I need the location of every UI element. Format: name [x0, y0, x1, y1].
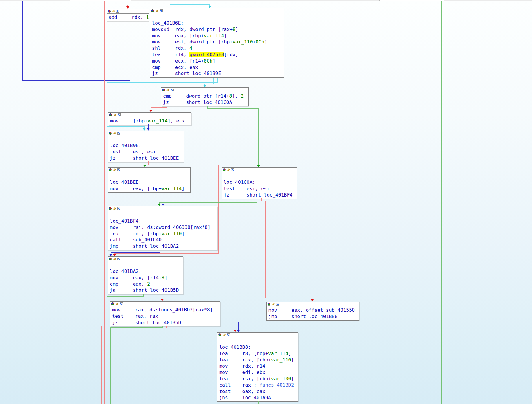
group-node-icon[interactable] [117, 258, 120, 260]
group-node-icon[interactable] [276, 303, 279, 306]
block-cmp-r14[interactable]: cmp dword ptr [r14+8], 2jz short loc_401… [161, 87, 249, 106]
block-offset-sub401550[interactable]: mov eax, offset sub_401550jmp short loc_… [266, 302, 359, 321]
block-loc_401B9E[interactable]: loc_401B9E:test esi, esijz short loc_401… [108, 131, 184, 162]
graph-glyph [117, 10, 119, 12]
graph-glyph [118, 208, 120, 210]
asm-line[interactable]: mov rsi, ds:qword_406338[rax*8] [110, 224, 217, 231]
asm-line[interactable]: loc_401BA2: [110, 268, 183, 275]
asm-line[interactable]: movsxd rdx, dword ptr [rax+8] [152, 26, 284, 33]
block-mov-var114[interactable]: mov [rbp+var_114], ecx [108, 112, 191, 125]
group-node-icon[interactable] [117, 168, 120, 171]
group-node-icon[interactable] [160, 9, 163, 12]
asm-line[interactable]: test esi, esi [224, 186, 297, 192]
block-loc_401B6E[interactable]: loc_401B6E:movsxd rdx, dword ptr [rax+8]… [150, 8, 284, 78]
edit-node-icon[interactable] [112, 10, 115, 12]
node-color-icon[interactable] [223, 168, 226, 171]
asm-line[interactable]: cmp dword ptr [r14+8], 2 [163, 93, 248, 99]
block-loc_401BB8[interactable]: loc_401BB8:lea r8, [rbp+var_114]lea rcx,… [217, 332, 298, 402]
asm-text: var_114 [147, 118, 168, 124]
group-node-icon[interactable] [117, 132, 120, 135]
asm-line[interactable]: jz short loc_401B5D [112, 319, 220, 326]
group-node-icon[interactable] [118, 113, 121, 116]
asm-line[interactable]: test eax, eax [219, 388, 298, 395]
asm-line[interactable]: cmp eax, 2 [110, 281, 183, 287]
block-loc_401BA2[interactable]: loc_401BA2:mov eax, [r14+8]cmp eax, 2ja … [108, 256, 183, 294]
asm-line[interactable]: lea r8, [rbp+var_114] [219, 350, 298, 357]
node-color-icon[interactable] [162, 89, 165, 91]
asm-line[interactable]: loc_401BF4: [110, 218, 217, 224]
asm-line[interactable]: test rax, rax [112, 313, 220, 319]
asm-line[interactable]: jmp short loc_401BA2 [110, 243, 217, 249]
asm-line[interactable]: jmp short loc_401BB8 [268, 313, 359, 320]
asm-line[interactable]: loc_401BB8: [219, 344, 298, 350]
edit-node-icon[interactable] [113, 168, 116, 171]
edit-node-icon[interactable] [113, 207, 116, 210]
asm-line[interactable]: shl rdx, 4 [152, 45, 284, 52]
asm-line[interactable]: jz short loc_401BF4 [224, 192, 297, 198]
node-color-icon[interactable] [109, 258, 112, 260]
block-loc_401C0A[interactable]: loc_401C0A:test esi, esijz short loc_401… [222, 167, 297, 199]
group-node-icon[interactable] [116, 10, 119, 13]
asm-line[interactable]: mov rdx, r14 [219, 363, 298, 369]
edit-node-icon[interactable] [113, 113, 116, 116]
asm-line[interactable]: mov eax, [r14+8] [110, 275, 183, 281]
asm-line[interactable]: loc_401B6E: [152, 20, 284, 26]
asm-line[interactable]: loc_401C0A: [224, 179, 297, 186]
asm-line[interactable]: mov ecx, [r14+0Ch] [152, 58, 284, 64]
block-add-rdx[interactable]: add rdx, 1 [107, 9, 149, 21]
asm-text: var_110 [271, 357, 291, 363]
node-color-icon[interactable] [268, 303, 270, 306]
asm-text: lea r14, [152, 52, 189, 57]
asm-line[interactable]: mov eax, offset sub_401550 [268, 307, 359, 313]
group-node-icon[interactable] [120, 302, 123, 305]
block-loc_401BEE[interactable]: loc_401BEE:mov eax, [rbp+var_114] [108, 167, 191, 193]
edit-node-icon[interactable] [222, 333, 226, 336]
asm-text: jmp short loc_401BB8 [268, 314, 337, 319]
edit-node-icon[interactable] [113, 132, 116, 134]
node-color-icon[interactable] [109, 113, 112, 116]
asm-line[interactable]: mov rax, ds:funcs_401BD2[rax*8] [112, 307, 220, 313]
node-color-icon[interactable] [109, 168, 112, 171]
asm-line[interactable]: lea rsi, [rbp+var_100] [219, 376, 298, 382]
edit-node-icon[interactable] [227, 168, 230, 171]
asm-line[interactable]: mov eax, [rbp+var_114] [152, 33, 284, 39]
block-loc_401BF4[interactable]: loc_401BF4:mov rsi, ds:qword_406338[rax*… [108, 206, 217, 250]
asm-line[interactable]: cmp ecx, eax [152, 64, 284, 71]
edit-node-icon[interactable] [272, 303, 275, 305]
block-funcs-dispatch[interactable]: mov rax, ds:funcs_401BD2[rax*8]test rax,… [110, 301, 220, 326]
node-color-icon[interactable] [109, 207, 112, 210]
edit-node-icon[interactable] [115, 302, 118, 305]
asm-line[interactable]: add rdx, 1 [109, 14, 149, 21]
graph-canvas[interactable]: add rdx, 1loc_401B6E:movsxd rdx, dword p… [0, 0, 532, 404]
asm-line[interactable]: mov eax, [rbp+var_114] [110, 186, 190, 192]
asm-text: loc_401B9E: [110, 143, 141, 148]
asm-line[interactable]: lea rcx, [rbp+var_110] [219, 357, 298, 363]
edit-node-icon[interactable] [155, 9, 158, 12]
node-color-icon[interactable] [109, 132, 112, 135]
edit-node-icon[interactable] [113, 258, 116, 260]
asm-line[interactable]: jz short loc_401BEE [110, 155, 184, 161]
asm-line[interactable]: jns loc_401A9A [219, 394, 298, 401]
group-node-icon[interactable] [171, 89, 174, 91]
asm-line[interactable]: mov esi, dword ptr [rbp+var_110+0Ch] [152, 39, 284, 45]
group-node-icon[interactable] [117, 207, 120, 210]
group-node-icon[interactable] [227, 333, 230, 336]
asm-line[interactable]: jz short loc_401B9E [152, 70, 284, 77]
asm-line[interactable]: lea r14, qword_4075F8[rdx] [152, 52, 284, 58]
asm-line[interactable]: lea rdi, [rbp+var_110] [110, 231, 217, 237]
node-color-icon[interactable] [218, 333, 221, 336]
asm-line[interactable]: test esi, esi [110, 149, 184, 155]
node-color-icon[interactable] [151, 9, 154, 12]
asm-line[interactable]: loc_401B9E: [110, 142, 184, 149]
group-node-icon[interactable] [231, 168, 234, 171]
node-color-icon[interactable] [108, 10, 111, 13]
asm-line[interactable]: mov edi, ebx [219, 369, 298, 376]
asm-line[interactable]: jz short loc_401C0A [163, 99, 248, 106]
asm-line[interactable]: call rax ; funcs_401BD2 [219, 382, 298, 388]
edit-node-icon[interactable] [166, 89, 169, 91]
asm-line[interactable]: ja short loc_401B5D [110, 287, 183, 293]
node-color-icon[interactable] [111, 302, 114, 305]
asm-line[interactable]: loc_401BEE: [110, 179, 190, 186]
asm-line[interactable]: call sub_401C40 [110, 237, 217, 243]
asm-line[interactable]: mov [rbp+var_114], ecx [110, 118, 191, 124]
